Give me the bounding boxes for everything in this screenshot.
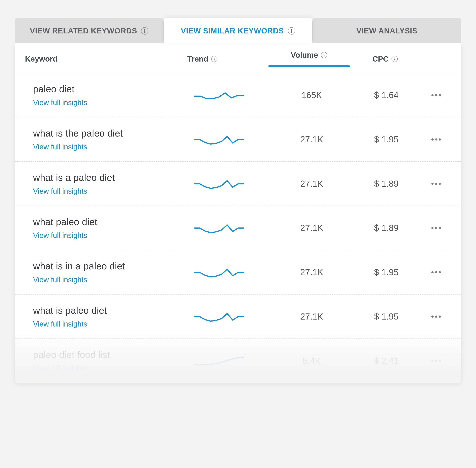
keyword-cell: paleo dietView full insights — [33, 83, 192, 107]
keyword-text: what paleo diet — [33, 216, 192, 227]
tab-analysis[interactable]: VIEW ANALYSIS — [312, 18, 461, 43]
view-full-insights-link[interactable]: View full insights — [33, 231, 192, 240]
svg-point-4 — [214, 58, 215, 58]
column-header-trend-label: Trend — [187, 55, 208, 63]
more-icon — [431, 138, 441, 141]
tab-related-keywords[interactable]: VIEW RELATED KEYWORDS — [15, 18, 164, 43]
keyword-cell: what is the paleo dietView full insights — [33, 128, 192, 151]
volume-value: 27.1K — [272, 134, 352, 145]
svg-rect-5 — [214, 58, 215, 60]
row-more-button[interactable] — [421, 94, 451, 96]
keyword-cell: what paleo dietView full insights — [33, 216, 192, 240]
tab-bar: VIEW RELATED KEYWORDS VIEW SIMILAR KEYWO… — [15, 18, 461, 43]
volume-value: 27.1K — [272, 267, 352, 277]
view-full-insights-link[interactable]: View full insights — [33, 320, 192, 328]
info-icon — [392, 56, 398, 62]
keyword-cell: what is a paleo dietView full insights — [33, 172, 192, 195]
more-icon — [431, 183, 441, 185]
view-full-insights-link[interactable]: View full insights — [33, 99, 192, 107]
column-header-volume-label: Volume — [291, 51, 318, 59]
trend-sparkline — [192, 310, 272, 323]
more-icon — [431, 316, 441, 318]
view-full-insights-link[interactable]: View full insights — [33, 143, 192, 151]
trend-sparkline — [192, 89, 272, 102]
keyword-cell: paleo diet food listView full insights — [33, 349, 192, 372]
svg-point-6 — [324, 54, 324, 54]
trend-sparkline — [192, 266, 272, 279]
keyword-text: paleo diet food list — [33, 349, 192, 360]
svg-point-2 — [291, 29, 292, 30]
info-icon — [211, 56, 217, 62]
row-more-button[interactable] — [421, 360, 451, 362]
svg-rect-7 — [324, 55, 324, 57]
more-icon — [431, 360, 441, 362]
cpc-value: $ 1.95 — [351, 267, 421, 277]
tab-analysis-label: VIEW ANALYSIS — [356, 27, 417, 35]
row-more-button[interactable] — [421, 271, 451, 273]
row-more-button[interactable] — [421, 138, 451, 141]
table-row: what is in a paleo dietView full insight… — [15, 250, 461, 294]
row-more-button[interactable] — [421, 227, 451, 229]
sort-indicator — [268, 65, 350, 67]
table-row: paleo diet food listView full insights5.… — [15, 339, 461, 383]
cpc-value: $ 1.64 — [351, 90, 421, 100]
table-row: what is the paleo dietView full insights… — [15, 117, 461, 162]
trend-sparkline — [192, 354, 272, 367]
view-full-insights-link[interactable]: View full insights — [33, 187, 192, 195]
results-list: paleo dietView full insights165K$ 1.64wh… — [15, 73, 461, 383]
column-header-trend[interactable]: Trend — [187, 55, 268, 63]
cpc-value: $ 1.95 — [351, 311, 421, 322]
row-more-button[interactable] — [421, 316, 451, 318]
keyword-text: what is a paleo diet — [33, 172, 192, 183]
view-full-insights-link[interactable]: View full insights — [33, 276, 192, 284]
table-row: paleo dietView full insights165K$ 1.64 — [15, 73, 461, 117]
more-icon — [431, 94, 441, 96]
cpc-value: $ 1.89 — [351, 179, 421, 189]
keyword-text: what is paleo diet — [33, 305, 192, 316]
column-header-keyword-label: Keyword — [25, 55, 57, 63]
keyword-cell: what is in a paleo dietView full insight… — [33, 261, 192, 284]
table-row: what is paleo dietView full insights27.1… — [15, 294, 461, 339]
tab-similar-keywords[interactable]: VIEW SIMILAR KEYWORDS — [164, 18, 313, 43]
view-full-insights-link[interactable]: View full insights — [33, 364, 192, 372]
svg-rect-1 — [144, 30, 145, 33]
trend-sparkline — [192, 133, 272, 146]
info-icon — [288, 27, 295, 35]
more-icon — [431, 271, 441, 273]
column-header-volume[interactable]: Volume — [268, 51, 350, 67]
results-card: Keyword Trend Volume CPC — [15, 43, 461, 383]
cpc-value: $ 2.41 — [351, 356, 421, 366]
table-row: what paleo dietView full insights27.1K$ … — [15, 206, 461, 250]
volume-value: 27.1K — [272, 179, 352, 189]
row-more-button[interactable] — [421, 183, 451, 185]
svg-rect-9 — [394, 58, 395, 60]
column-header-cpc-label: CPC — [372, 55, 389, 63]
cpc-value: $ 1.95 — [351, 134, 421, 145]
trend-sparkline — [192, 222, 272, 234]
info-icon — [141, 27, 148, 35]
svg-point-0 — [144, 29, 145, 30]
keyword-explorer-panel: VIEW RELATED KEYWORDS VIEW SIMILAR KEYWO… — [15, 18, 461, 383]
svg-rect-3 — [291, 30, 292, 33]
column-header-keyword[interactable]: Keyword — [25, 55, 187, 63]
tab-similar-label: VIEW SIMILAR KEYWORDS — [181, 27, 284, 35]
info-icon — [321, 52, 327, 58]
tab-related-label: VIEW RELATED KEYWORDS — [30, 27, 137, 35]
volume-value: 5.4K — [272, 356, 352, 366]
cpc-value: $ 1.89 — [351, 223, 421, 233]
keyword-text: paleo diet — [33, 83, 192, 94]
trend-sparkline — [192, 177, 272, 190]
svg-point-8 — [394, 58, 395, 58]
keyword-cell: what is paleo dietView full insights — [33, 305, 192, 328]
volume-value: 27.1K — [272, 223, 352, 233]
volume-value: 165K — [272, 90, 352, 100]
keyword-text: what is in a paleo diet — [33, 261, 192, 272]
column-headers: Keyword Trend Volume CPC — [15, 43, 461, 73]
volume-value: 27.1K — [272, 311, 352, 322]
keyword-text: what is the paleo diet — [33, 128, 192, 139]
more-icon — [431, 227, 441, 229]
column-header-cpc[interactable]: CPC — [350, 55, 421, 63]
table-row: what is a paleo dietView full insights27… — [15, 162, 461, 206]
